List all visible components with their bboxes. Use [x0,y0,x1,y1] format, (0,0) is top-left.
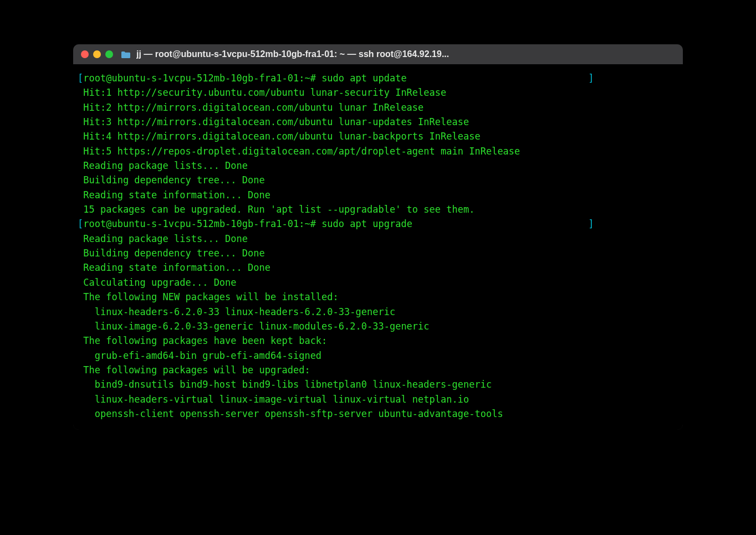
terminal-output-text: linux-headers-virtual linux-image-virtua… [78,394,469,405]
terminal-line: openssh-client openssh-server openssh-sf… [78,407,678,421]
maximize-button[interactable] [105,50,113,58]
traffic-lights [81,50,113,58]
terminal-line: grub-efi-amd64-bin grub-efi-amd64-signed [78,348,678,363]
terminal-line: Building dependency tree... Done [78,173,678,187]
window-title: jj — root@ubuntu-s-1vcpu-512mb-10gb-fra1… [136,49,675,59]
minimize-button[interactable] [93,50,101,58]
terminal-line: Reading package lists... Done [78,158,678,173]
terminal-output-text: Hit:4 http://mirrors.digitalocean.com/ub… [78,131,481,142]
terminal-output-text: Hit:1 http://security.ubuntu.com/ubuntu … [78,87,446,98]
terminal-output-text: linux-image-6.2.0-33-generic linux-modul… [78,321,430,332]
terminal-line: Hit:2 http://mirrors.digitalocean.com/ub… [78,100,678,115]
terminal-line: Reading state information... Done [78,188,678,202]
prompt-bracket-close: ] [588,218,594,229]
terminal-line: linux-headers-6.2.0-33 linux-headers-6.2… [78,305,678,319]
terminal-line: Reading package lists... Done [78,232,678,246]
shell-command: sudo apt update [316,73,407,84]
terminal-line: linux-headers-virtual linux-image-virtua… [78,392,678,407]
folder-icon [121,50,131,58]
prompt-bracket-open: [ [78,218,83,229]
terminal-line: Building dependency tree... Done [78,246,678,260]
title-bar[interactable]: jj — root@ubuntu-s-1vcpu-512mb-10gb-fra1… [73,44,683,64]
terminal-output-text: grub-efi-amd64-bin grub-efi-amd64-signed [78,350,321,361]
terminal-output-text: Hit:3 http://mirrors.digitalocean.com/ub… [78,116,469,127]
terminal-line: The following NEW packages will be insta… [78,290,678,304]
terminal-output-text: Hit:5 https://repos-droplet.digitalocean… [78,146,520,157]
terminal-output-text: bind9-dnsutils bind9-host bind9-libs lib… [78,379,492,390]
terminal-output-text: The following packages will be upgraded: [78,364,310,375]
terminal-output-text: 15 packages can be upgraded. Run 'apt li… [78,204,474,215]
prompt-bracket-open: [ [78,73,83,84]
shell-prompt: root@ubuntu-s-1vcpu-512mb-10gb-fra1-01:~… [83,73,316,84]
prompt-bracket-close: ] [588,73,594,84]
terminal-output-text: Reading state information... Done [78,262,270,273]
terminal-line: Hit:3 http://mirrors.digitalocean.com/ub… [78,115,678,129]
terminal-line: 15 packages can be upgraded. Run 'apt li… [78,202,678,217]
terminal-output-text: Reading package lists... Done [78,160,248,171]
terminal-body[interactable]: [root@ubuntu-s-1vcpu-512mb-10gb-fra1-01:… [73,64,683,430]
terminal-line: bind9-dnsutils bind9-host bind9-libs lib… [78,377,678,392]
terminal-output[interactable]: [root@ubuntu-s-1vcpu-512mb-10gb-fra1-01:… [78,71,678,421]
terminal-output-text: Building dependency tree... Done [78,248,265,259]
terminal-line: The following packages have been kept ba… [78,333,678,348]
terminal-line: Hit:4 http://mirrors.digitalocean.com/ub… [78,129,678,143]
terminal-line: Calculating upgrade... Done [78,275,678,290]
terminal-line: [root@ubuntu-s-1vcpu-512mb-10gb-fra1-01:… [78,71,678,85]
terminal-output-text: Reading package lists... Done [78,233,248,244]
close-button[interactable] [81,50,89,58]
terminal-output-text: openssh-client openssh-server openssh-sf… [78,408,503,419]
terminal-output-text: Hit:2 http://mirrors.digitalocean.com/ub… [78,102,423,113]
terminal-line: Reading state information... Done [78,260,678,275]
terminal-output-text: Reading state information... Done [78,189,270,200]
terminal-window: jj — root@ubuntu-s-1vcpu-512mb-10gb-fra1… [73,44,683,430]
terminal-line: [root@ubuntu-s-1vcpu-512mb-10gb-fra1-01:… [78,217,678,231]
terminal-output-text: Calculating upgrade... Done [78,277,237,288]
terminal-line: linux-image-6.2.0-33-generic linux-modul… [78,319,678,333]
shell-command: sudo apt upgrade [316,218,412,229]
terminal-output-text: The following packages have been kept ba… [78,335,327,346]
terminal-output-text: The following NEW packages will be insta… [78,291,339,302]
terminal-line: Hit:5 https://repos-droplet.digitalocean… [78,144,678,158]
terminal-output-text: Building dependency tree... Done [78,174,265,186]
terminal-line: Hit:1 http://security.ubuntu.com/ubuntu … [78,85,678,100]
shell-prompt: root@ubuntu-s-1vcpu-512mb-10gb-fra1-01:~… [83,218,316,229]
terminal-line: The following packages will be upgraded: [78,363,678,377]
terminal-output-text: linux-headers-6.2.0-33 linux-headers-6.2… [78,306,395,317]
